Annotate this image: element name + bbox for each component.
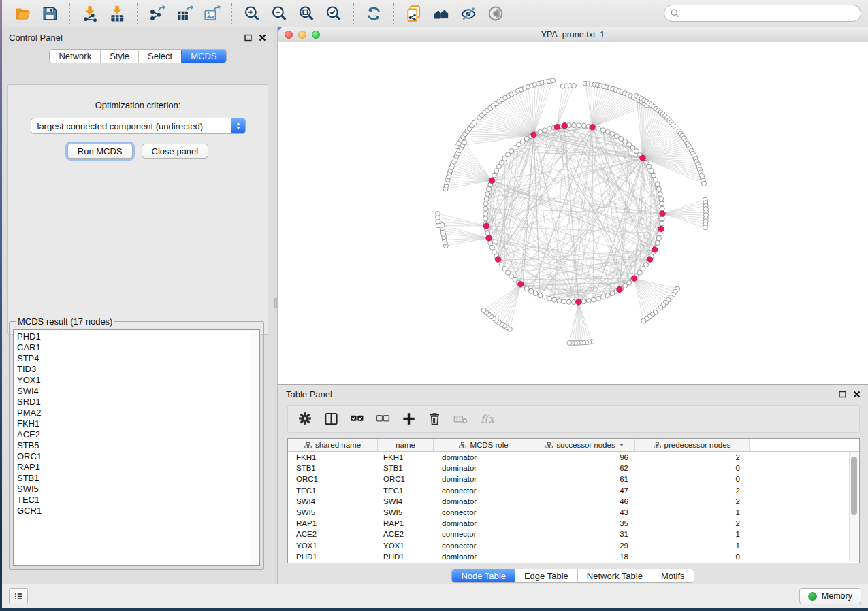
table-cell: 43 <box>534 508 635 516</box>
open-folder-button[interactable] <box>9 2 36 25</box>
dropdown-stepper-icon <box>231 118 245 133</box>
function-builder-button: f(x) <box>476 408 497 430</box>
zoom-selected-button[interactable] <box>320 2 347 25</box>
splitter-grabber[interactable] <box>274 298 277 308</box>
result-list-item[interactable]: CAR1 <box>17 342 259 353</box>
result-list-item[interactable]: STB1 <box>17 473 259 484</box>
tab-select[interactable]: Select <box>138 50 181 63</box>
table-row[interactable]: YOX1YOX1connector291 <box>288 540 859 551</box>
column-header-filler <box>750 439 859 451</box>
import-network-button[interactable] <box>76 2 103 25</box>
column-label: shared name <box>315 441 361 449</box>
tab-edge-table[interactable]: Edge Table <box>515 569 577 582</box>
table-cell: ACE2 <box>288 530 378 538</box>
result-list-item[interactable]: TID3 <box>17 364 259 375</box>
zoom-fit-button[interactable] <box>293 2 320 25</box>
home-panels-button[interactable] <box>428 2 455 25</box>
export-table-button[interactable] <box>171 2 198 25</box>
toggle-panels-visibility-icon <box>460 5 477 22</box>
table-cell: 96 <box>534 453 635 461</box>
criterion-dropdown[interactable]: largest connected component (undirected) <box>31 118 246 134</box>
mcds-result-group: MCDS result (17 nodes) PHD1CAR1STP4TID3Y… <box>9 316 264 570</box>
table-cell: connector <box>434 530 534 538</box>
float-table-panel-icon[interactable] <box>838 390 847 399</box>
table-row[interactable]: ACE2ACE2connector311 <box>288 529 859 540</box>
delete-row-button[interactable] <box>424 408 445 430</box>
search-input[interactable] <box>664 5 861 22</box>
tab-style[interactable]: Style <box>100 50 138 63</box>
result-list-item[interactable]: SWI4 <box>17 386 259 397</box>
table-row[interactable]: SWI5SWI5connector431 <box>288 507 859 518</box>
table-row[interactable]: TEC1TEC1connector472 <box>288 485 859 496</box>
result-list-item[interactable]: STB5 <box>17 440 259 451</box>
table-row[interactable]: FKH1FKH1dominator962 <box>288 452 859 463</box>
table-row[interactable]: SWI4SWI4dominator462 <box>288 496 859 507</box>
tab-mcds[interactable]: MCDS <box>181 50 225 63</box>
result-list-item[interactable]: ACE2 <box>17 429 259 440</box>
result-list-item[interactable]: PHD1 <box>17 331 259 342</box>
table-scrollbar-thumb[interactable] <box>851 457 857 515</box>
sort-desc-icon <box>620 444 624 446</box>
result-list-item[interactable]: ORC1 <box>17 451 259 462</box>
result-list-item[interactable]: SWI5 <box>17 484 259 495</box>
table-row[interactable]: STB1STB1dominator620 <box>288 463 859 474</box>
column-label: MCDS role <box>470 441 508 449</box>
result-list-item[interactable]: SRD1 <box>17 397 259 408</box>
refresh-button[interactable] <box>360 2 387 25</box>
save-button[interactable] <box>36 2 63 25</box>
network-canvas[interactable] <box>278 42 868 384</box>
close-panel-icon[interactable] <box>258 33 267 42</box>
close-panel-button[interactable]: Close panel <box>142 144 209 159</box>
settings-button[interactable] <box>295 408 316 430</box>
tab-network[interactable]: Network <box>50 50 100 63</box>
network-from-file-button[interactable] <box>400 2 428 25</box>
table-row[interactable]: RAP1RAP1dominator352 <box>288 518 859 529</box>
result-list-item[interactable]: YOX1 <box>17 375 259 386</box>
column-header-MCDS-role[interactable]: MCDS role <box>434 439 534 451</box>
export-network-button[interactable] <box>144 2 171 25</box>
zoom-in-button[interactable] <box>238 2 266 25</box>
export-image-button[interactable] <box>198 2 225 25</box>
import-table-button[interactable] <box>103 2 131 25</box>
network-titlebar[interactable]: YPA_prune.txt_1 <box>278 27 868 42</box>
table-row[interactable]: PHD1PHD1dominator180 <box>288 551 859 562</box>
memory-status-icon <box>808 592 817 601</box>
select-all-button[interactable] <box>347 408 368 430</box>
run-mcds-button[interactable]: Run MCDS <box>67 144 133 159</box>
toggle-panels-visibility-button[interactable] <box>455 2 482 25</box>
result-list-item[interactable]: STP4 <box>17 353 259 364</box>
result-list-item[interactable]: GCR1 <box>17 506 259 516</box>
unselect-all-icon <box>375 411 391 427</box>
tab-network-table[interactable]: Network Table <box>577 569 652 582</box>
float-panel-icon[interactable] <box>244 33 253 42</box>
unselect-all-button[interactable] <box>372 408 393 430</box>
result-list-item[interactable]: PMA2 <box>17 408 259 418</box>
column-header-predecessor-nodes[interactable]: predecessor nodes <box>635 439 750 451</box>
close-table-panel-icon[interactable] <box>852 390 861 399</box>
table-row[interactable]: ORC1ORC1dominator610 <box>288 474 859 484</box>
result-list-item[interactable]: RAP1 <box>17 462 259 473</box>
memory-label: Memory <box>822 591 852 601</box>
mcds-result-list[interactable]: PHD1CAR1STP4TID3YOX1SWI4SRD1PMA2FKH1ACE2… <box>13 329 260 566</box>
tab-node-table[interactable]: Node Table <box>452 569 515 582</box>
show-columns-button[interactable] <box>321 408 342 430</box>
add-row-button[interactable] <box>398 408 419 430</box>
column-header-successor-nodes[interactable]: successor nodes <box>534 439 635 451</box>
toolbar-separator <box>393 3 394 24</box>
network-title: YPA_prune.txt_1 <box>278 30 868 39</box>
zoom-out-button[interactable] <box>266 2 293 25</box>
tab-motifs[interactable]: Motifs <box>652 569 694 582</box>
table-scrollbar[interactable] <box>849 452 858 562</box>
table-cell: 18 <box>534 552 635 561</box>
result-list-item[interactable]: FKH1 <box>17 418 259 429</box>
table-cell: 31 <box>534 530 635 538</box>
memory-button[interactable]: Memory <box>799 588 861 604</box>
show-graphics-details-button[interactable] <box>482 2 509 25</box>
result-list-scrollbar[interactable] <box>251 330 259 565</box>
column-header-shared-name[interactable]: shared name <box>288 439 378 451</box>
column-header-name[interactable]: name <box>378 439 434 451</box>
table-cell: PHD1 <box>378 552 434 561</box>
task-history-button[interactable] <box>9 588 28 604</box>
result-list-item[interactable]: TEC1 <box>17 495 259 506</box>
table-cell: PHD1 <box>288 552 378 561</box>
